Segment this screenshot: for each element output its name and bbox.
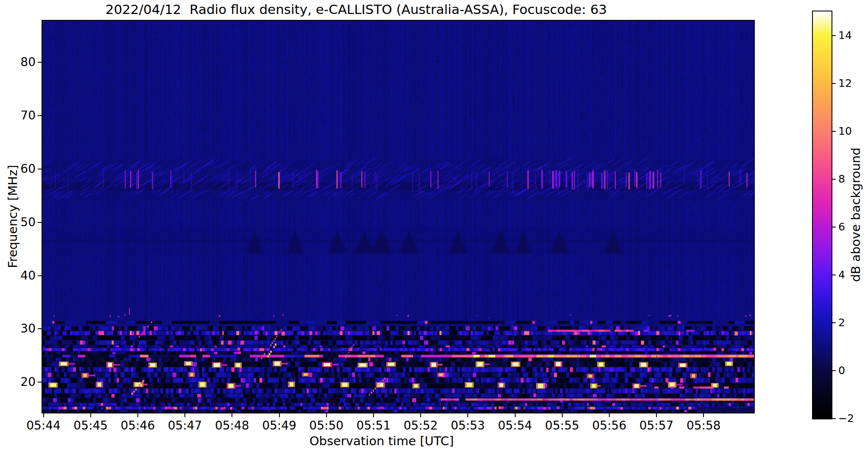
y-tick-mark (38, 115, 42, 116)
x-tick-mark (420, 413, 421, 417)
x-tick-mark (467, 413, 468, 417)
x-tick-label: 05:47 (168, 419, 202, 433)
x-tick-label: 05:56 (592, 419, 627, 433)
x-tick-label: 05:52 (404, 419, 438, 433)
colorbar-tick-label: 6 (838, 221, 845, 233)
colorbar-gradient (813, 11, 832, 419)
y-tick-mark (38, 275, 42, 276)
x-tick-mark (326, 413, 327, 417)
spectrogram-canvas (42, 21, 754, 413)
colorbar-tick-mark (832, 131, 836, 132)
y-tick-label: 30 (0, 322, 36, 336)
colorbar-tick-mark (832, 275, 836, 275)
colorbar-tick-mark (832, 83, 836, 84)
x-tick-label: 05:57 (639, 419, 674, 433)
x-tick-label: 05:46 (121, 419, 155, 433)
plot-area-frame (42, 20, 755, 413)
y-tick-label: 70 (0, 109, 36, 122)
colorbar-tick-label: −2 (838, 413, 854, 424)
radio-spectrogram-figure: 2022/04/12 Radio flux density, e-CALLIST… (0, 0, 868, 452)
x-tick-label: 05:55 (545, 419, 579, 433)
y-tick-label: 20 (0, 375, 36, 389)
x-tick-mark (703, 413, 704, 417)
colorbar-tick-mark (832, 227, 836, 227)
y-tick-mark (38, 222, 42, 223)
colorbar-tick-label: 12 (838, 78, 852, 89)
y-tick-mark (38, 62, 42, 63)
colorbar-tick-mark (832, 418, 836, 419)
y-tick-mark (38, 169, 42, 169)
chart-title: 2022/04/12 Radio flux density, e-CALLIST… (106, 2, 607, 17)
x-tick-mark (137, 413, 138, 417)
x-tick-label: 05:48 (215, 419, 249, 433)
x-tick-mark (656, 413, 657, 417)
colorbar (812, 11, 832, 419)
y-tick-mark (38, 382, 42, 383)
x-tick-label: 05:53 (451, 419, 485, 433)
x-tick-mark (373, 413, 374, 417)
x-tick-label: 05:45 (73, 419, 108, 433)
colorbar-tick-mark (832, 370, 836, 371)
y-tick-mark (38, 328, 42, 329)
x-axis-label: Observation time [UTC] (310, 434, 454, 448)
x-tick-label: 05:54 (498, 419, 532, 433)
x-tick-mark (562, 413, 563, 417)
y-tick-label: 40 (0, 269, 36, 283)
colorbar-label: dB above background (848, 147, 863, 282)
colorbar-tick-label: 14 (838, 30, 852, 42)
x-tick-label: 05:50 (309, 419, 343, 433)
colorbar-tick-label: 4 (838, 269, 845, 281)
y-tick-label: 80 (0, 55, 36, 69)
x-tick-mark (232, 413, 232, 417)
x-tick-mark (184, 413, 185, 417)
x-tick-mark (279, 413, 280, 417)
colorbar-tick-label: 10 (838, 125, 852, 137)
colorbar-tick-mark (832, 35, 836, 36)
x-tick-label: 05:58 (687, 419, 721, 433)
colorbar-tick-label: 0 (838, 365, 845, 377)
x-tick-label: 05:49 (262, 419, 296, 433)
y-axis-label: Frequency [MHz] (6, 165, 20, 268)
colorbar-tick-mark (832, 179, 836, 180)
colorbar-tick-label: 8 (838, 173, 845, 185)
x-tick-mark (609, 413, 610, 417)
x-tick-mark (43, 413, 44, 417)
colorbar-tick-label: 2 (838, 317, 845, 329)
x-tick-label: 05:51 (357, 419, 391, 433)
x-tick-mark (90, 413, 91, 417)
x-tick-mark (515, 413, 516, 417)
colorbar-tick-mark (832, 322, 836, 323)
x-tick-label: 05:44 (26, 419, 61, 433)
